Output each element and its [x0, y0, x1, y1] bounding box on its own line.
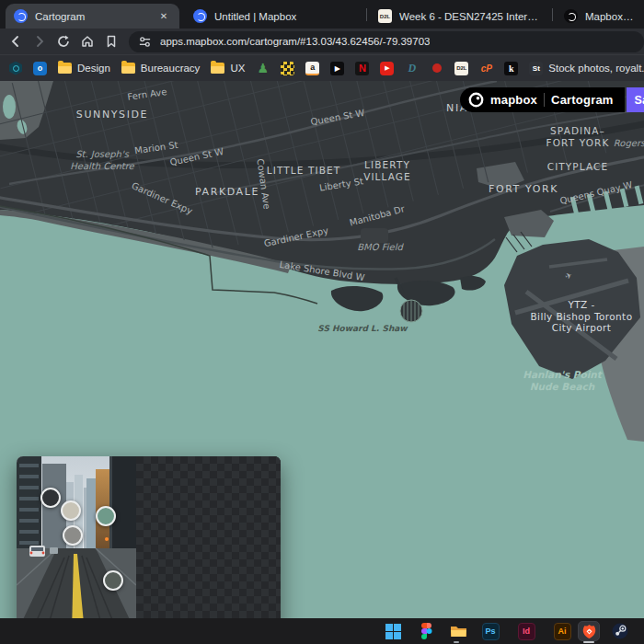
map-label-neighborhood: FORT YORK: [546, 137, 610, 148]
address-bar[interactable]: apps.mapbox.com/cartogram/#13.03/43.6245…: [129, 31, 644, 52]
hexagon-app-icon: [9, 62, 22, 75]
bookmark-play[interactable]: ▶: [330, 62, 344, 75]
transparent-canvas: [136, 456, 281, 633]
bookmark-amazon[interactable]: a: [305, 62, 319, 75]
tab-divider: [552, 8, 553, 21]
browser-toolbar: apps.mapbox.com/cartogram/#13.03/43.6245…: [0, 29, 644, 54]
d2l-favicon-icon: D2L: [378, 9, 392, 23]
tab-cartogram[interactable]: Cartogram ✕: [6, 4, 179, 29]
map-label-neighborhood: CITYPLACE: [547, 161, 609, 172]
bookmark-stock-photos[interactable]: StStock photos, royalt...: [529, 62, 644, 75]
map-label-neighborhood: SPADINA–: [550, 125, 605, 136]
bookmark-folder-ux[interactable]: UX: [211, 63, 245, 74]
color-swatch-handle[interactable]: [63, 525, 83, 546]
color-swatch-handle[interactable]: [96, 506, 116, 526]
map-label-airport: City Airport: [552, 322, 612, 333]
saved-styles-button[interactable]: Saved sty: [627, 87, 644, 112]
map-label-airport: Billy Bishop Toronto: [531, 311, 633, 322]
tab-title: Cartogram: [35, 11, 149, 22]
bookmark-kijiji[interactable]: k: [504, 62, 518, 75]
color-swatch-handle[interactable]: [61, 500, 81, 521]
bookmark-outlook[interactable]: o: [33, 62, 47, 75]
bookmark-disney[interactable]: D: [405, 62, 419, 75]
image-palette-panel: Select or Drag & drop a new image. Color…: [17, 456, 281, 644]
map-label-ship: SS Howard L. Shaw: [317, 324, 408, 333]
map-label-beach: Hanlan's Point: [523, 369, 604, 380]
divider: [544, 93, 545, 107]
url-text[interactable]: apps.mapbox.com/cartogram/#13.03/43.6245…: [160, 36, 430, 47]
map-label-poi: Rogers: [614, 138, 644, 149]
netflix-icon: N: [355, 62, 369, 75]
bookmark-d2l[interactable]: D2L: [454, 62, 468, 75]
bookmark-label: UX: [230, 63, 245, 74]
bookmark-label: Bureaucracy: [141, 63, 201, 74]
cpanel-icon: cP: [479, 62, 493, 75]
map-label-neighborhood: LITTLE TIBET: [267, 165, 340, 176]
play-icon: ▶: [330, 62, 344, 75]
map-canvas[interactable]: ✈ Fern Ave SUNNYSIDE Marion St Queen St …: [0, 81, 644, 618]
bookmark-red-dot[interactable]: [430, 62, 443, 75]
back-icon[interactable]: [4, 30, 28, 52]
app-name: Cartogram: [551, 93, 614, 107]
color-swatch-handle[interactable]: [103, 570, 123, 591]
folder-icon: [58, 63, 72, 74]
mapbox-favicon-icon: [193, 9, 207, 23]
tab-mapbox-docs[interactable]: Mapbox Docs: [556, 4, 644, 29]
windows-taskbar: Ps Id Ai: [0, 618, 644, 644]
outlook-icon: o: [33, 62, 47, 75]
map-label-neighborhood: SUNNYSIDE: [76, 109, 148, 121]
bookmark-label: Design: [77, 63, 110, 74]
windows-start-icon[interactable]: [382, 621, 404, 641]
map-label-neighborhood: VILLAGE: [363, 171, 411, 182]
bookmark-cpanel[interactable]: cP: [479, 62, 493, 75]
tab-d2l-week6[interactable]: D2L Week 6 - DESN27425 Interaction Des: [370, 4, 548, 29]
bookmark-icon[interactable]: [99, 30, 123, 52]
bookmark-label: Stock photos, royalt...: [548, 63, 644, 74]
color-swatch-handle[interactable]: [40, 488, 61, 508]
indesign-icon[interactable]: Id: [515, 621, 537, 641]
disney-icon: D: [405, 62, 419, 75]
map-label-poi: BMO Field: [357, 242, 404, 252]
folder-icon: [211, 63, 224, 74]
d2l-icon: D2L: [454, 62, 468, 75]
active-app-indicator: [583, 641, 594, 644]
bookmark-youtube[interactable]: ▶: [380, 62, 394, 75]
tab-untitled-mapbox[interactable]: Untitled | Mapbox: [185, 4, 360, 29]
bookmarks-bar: o Design Bureaucracy UX ♟ a ▶ N ▶ D D2L …: [0, 54, 644, 81]
photoshop-icon[interactable]: Ps: [479, 621, 501, 641]
open-app-indicator: [454, 641, 459, 644]
map-label-neighborhood: LIBERTY: [364, 159, 410, 170]
map-label-neighborhood: FORT YORK: [489, 183, 558, 195]
map-label-poi: Health Centre: [70, 161, 134, 171]
file-explorer-icon[interactable]: [447, 621, 469, 641]
chess-pawn-icon: ♟: [256, 62, 270, 75]
reload-icon[interactable]: [52, 30, 75, 52]
bookmark-chess[interactable]: ♟: [256, 62, 270, 75]
home-icon[interactable]: [75, 30, 99, 52]
tab-divider: [366, 8, 367, 21]
tab-title: Week 6 - DESN27425 Interaction Des: [399, 11, 540, 22]
brave-browser-icon[interactable]: [578, 621, 600, 641]
map-label-poi: St. Joseph's: [75, 149, 129, 160]
tab-title: Untitled | Mapbox: [214, 11, 351, 22]
amazon-icon: a: [305, 62, 319, 75]
close-tab-icon[interactable]: ✕: [156, 9, 171, 24]
map-label-beach: Nude Beach: [530, 381, 595, 392]
bookmark-netflix[interactable]: N: [355, 62, 369, 75]
mapbox-docs-favicon-icon: [564, 9, 578, 23]
kijiji-icon: k: [504, 62, 518, 75]
mapbox-favicon-icon: [14, 9, 28, 23]
site-settings-icon[interactable]: [138, 35, 152, 49]
bookmark-taxi[interactable]: [281, 62, 294, 75]
bookmark-folder-design[interactable]: Design: [58, 63, 110, 74]
stock-icon: St: [529, 62, 543, 75]
brand-name: mapbox: [490, 93, 537, 107]
forward-icon[interactable]: [28, 30, 52, 52]
figma-icon[interactable]: [415, 621, 437, 641]
bookmark-folder-bureaucracy[interactable]: Bureaucracy: [121, 63, 201, 74]
map-label-airport: YTZ -: [567, 299, 594, 310]
taxi-checker-icon: [281, 62, 294, 75]
illustrator-icon[interactable]: Ai: [551, 621, 573, 641]
steam-icon[interactable]: [609, 621, 631, 641]
bookmark-hexagon[interactable]: [9, 62, 22, 75]
